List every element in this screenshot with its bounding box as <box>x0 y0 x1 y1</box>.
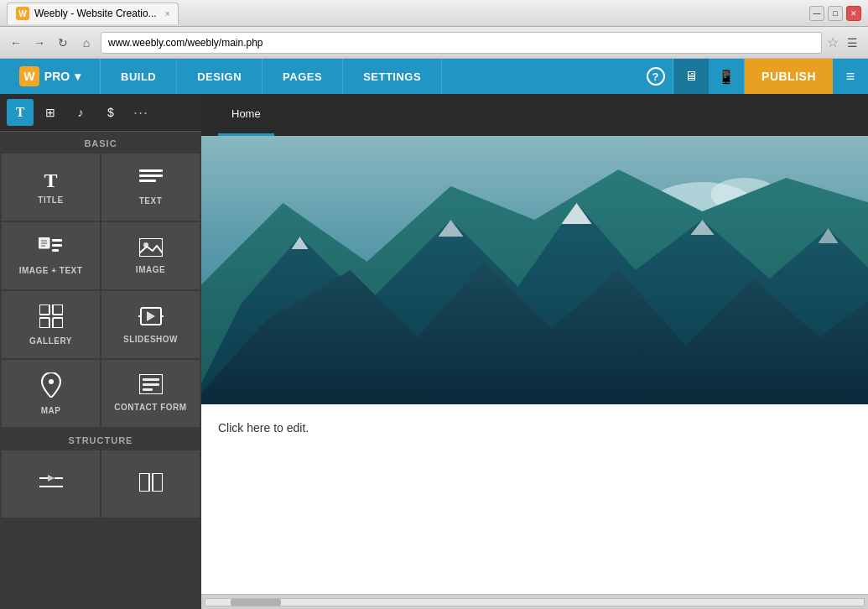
svg-rect-13 <box>39 304 49 315</box>
widget-gallery[interactable]: GALLERY <box>2 291 100 358</box>
svg-rect-24 <box>143 383 159 386</box>
pages-nav-item[interactable]: PAGES <box>262 59 343 94</box>
website-preview[interactable]: Home <box>201 94 868 609</box>
weebly-logo-icon: W <box>19 66 39 86</box>
sidebar-more-button[interactable]: ··· <box>127 99 154 126</box>
basic-widgets-grid: T TITLE TEXT <box>0 152 201 429</box>
tab-close-button[interactable]: × <box>165 9 170 18</box>
address-bar[interactable]: www.weebly.com/weebly/main.php <box>101 32 822 54</box>
svg-rect-14 <box>53 304 63 315</box>
pro-dropdown-icon: ▾ <box>75 70 81 83</box>
scrollbar-thumb[interactable] <box>231 599 281 606</box>
design-nav-item[interactable]: DESIGN <box>177 59 262 94</box>
slideshow-widget-icon <box>138 306 164 330</box>
svg-rect-0 <box>139 169 163 172</box>
sidebar-music-button[interactable]: ♪ <box>67 99 94 126</box>
horizontal-scrollbar[interactable] <box>201 594 868 609</box>
widget-image[interactable]: IMAGE <box>101 222 200 289</box>
content-area[interactable]: Click here to edit. <box>201 404 868 572</box>
svg-rect-9 <box>52 244 62 247</box>
widget-divider[interactable] <box>2 450 100 518</box>
map-widget-icon <box>40 372 62 401</box>
svg-rect-25 <box>143 388 153 391</box>
website-navbar: Home <box>201 94 868 136</box>
widget-title[interactable]: T TITLE <box>2 154 100 221</box>
top-navigation: BUILD DESIGN PAGES SETTINGS <box>101 59 638 94</box>
pro-label: PRO <box>44 70 70 83</box>
more-options-button[interactable]: ≡ <box>833 59 868 94</box>
settings-nav-item[interactable]: SETTINGS <box>343 59 442 94</box>
sidebar-media-button[interactable]: ⊞ <box>37 99 64 126</box>
pro-logo[interactable]: W PRO ▾ <box>0 59 101 94</box>
image-widget-label: IMAGE <box>136 265 165 274</box>
main-layout: T ⊞ ♪ $ ··· BASIC T TITLE <box>0 94 868 609</box>
widget-contact-form[interactable]: CONTACT FORM <box>101 360 200 427</box>
canvas-area: Home <box>201 94 868 609</box>
device-toggle-group: 🖥 📱 <box>673 59 745 94</box>
structure-widgets-grid <box>0 449 201 519</box>
contact-form-widget-icon <box>139 374 163 398</box>
widget-slideshow[interactable]: SLIDESHOW <box>101 291 200 358</box>
divider-widget-icon <box>39 475 63 493</box>
window-controls: — □ ✕ <box>809 6 861 21</box>
forward-button[interactable]: → <box>30 34 49 52</box>
back-button[interactable]: ← <box>7 34 25 52</box>
svg-marker-28 <box>48 475 55 481</box>
close-button[interactable]: ✕ <box>846 6 861 21</box>
sidebar-store-button[interactable]: $ <box>97 99 124 126</box>
tab-title: Weebly - Website Creatio... <box>34 8 157 19</box>
image-widget-icon <box>139 238 163 260</box>
title-widget-icon: T <box>44 170 57 190</box>
maximize-button[interactable]: □ <box>828 6 843 21</box>
sidebar-elements-button[interactable]: T <box>7 99 34 126</box>
widget-text[interactable]: TEXT <box>101 154 200 221</box>
text-widget-icon <box>139 169 163 191</box>
sidebar: T ⊞ ♪ $ ··· BASIC T TITLE <box>0 94 201 609</box>
structure-section-label: STRUCTURE <box>0 429 201 449</box>
hero-image[interactable] <box>201 136 868 404</box>
slideshow-widget-label: SLIDESHOW <box>123 335 178 344</box>
title-widget-label: TITLE <box>38 195 63 205</box>
help-button[interactable]: ? <box>638 59 673 94</box>
click-edit-text[interactable]: Click here to edit. <box>218 421 851 435</box>
gallery-widget-label: GALLERY <box>29 336 72 346</box>
image-text-widget-icon <box>39 237 64 261</box>
widget-image-text[interactable]: IMAGE + TEXT <box>2 222 100 289</box>
svg-rect-8 <box>52 239 62 242</box>
basic-section-label: BASIC <box>0 132 201 152</box>
bookmark-button[interactable]: ☆ <box>827 34 839 50</box>
scrollbar-track <box>205 598 865 606</box>
browser-menu-button[interactable]: ☰ <box>844 34 861 51</box>
browser-toolbar: ← → ↻ ⌂ www.weebly.com/weebly/main.php ☆… <box>0 27 868 59</box>
svg-rect-30 <box>139 473 149 492</box>
app-topbar: W PRO ▾ BUILD DESIGN PAGES SETTINGS ? 🖥 … <box>0 59 868 94</box>
weebly-favicon: W <box>16 7 29 20</box>
widget-map[interactable]: MAP <box>2 360 100 427</box>
reload-button[interactable]: ↻ <box>54 34 72 52</box>
minimize-button[interactable]: — <box>809 6 824 21</box>
mobile-view-button[interactable]: 📱 <box>709 59 744 94</box>
map-widget-label: MAP <box>41 406 61 415</box>
publish-button[interactable]: PUBLISH <box>745 59 833 94</box>
contact-form-widget-label: CONTACT FORM <box>114 403 186 413</box>
svg-point-21 <box>49 379 54 384</box>
build-nav-item[interactable]: BUILD <box>101 59 177 94</box>
text-widget-label: TEXT <box>139 196 163 206</box>
nav-home-item[interactable]: Home <box>218 94 274 136</box>
url-text: www.weebly.com/weebly/main.php <box>108 37 263 49</box>
svg-rect-1 <box>139 174 163 177</box>
gallery-widget-icon <box>39 304 63 331</box>
browser-titlebar: W Weebly - Website Creatio... × — □ ✕ <box>0 0 868 27</box>
browser-tab[interactable]: W Weebly - Website Creatio... × <box>7 3 179 24</box>
svg-rect-10 <box>52 249 59 252</box>
mountain-svg <box>201 136 868 404</box>
home-button[interactable]: ⌂ <box>77 34 96 52</box>
desktop-view-button[interactable]: 🖥 <box>673 59 709 94</box>
svg-rect-16 <box>53 318 63 328</box>
svg-rect-15 <box>39 318 49 328</box>
svg-rect-2 <box>139 180 156 182</box>
widget-columns[interactable] <box>101 450 200 518</box>
svg-marker-18 <box>147 311 155 321</box>
columns-widget-icon <box>139 473 163 495</box>
svg-rect-31 <box>153 473 163 492</box>
